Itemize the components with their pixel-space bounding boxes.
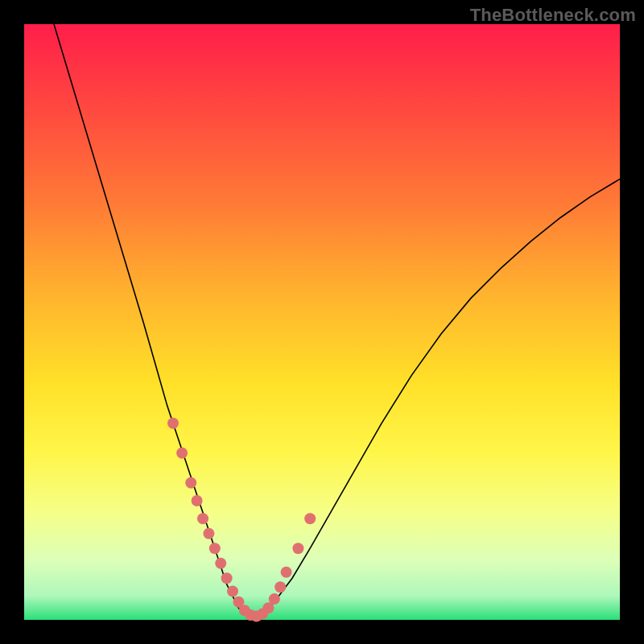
marker-dot — [281, 567, 292, 578]
marker-dot — [185, 477, 196, 489]
marker-dot — [221, 572, 233, 584]
marker-highlight — [167, 418, 316, 622]
marker-dot — [209, 543, 221, 554]
chart-frame: TheBottleneck.com — [0, 0, 644, 644]
bottleneck-curve — [54, 24, 620, 617]
marker-dot — [215, 558, 226, 569]
marker-dot — [167, 418, 179, 429]
marker-dot — [275, 581, 286, 592]
marker-dot — [292, 543, 303, 554]
marker-dot — [197, 513, 208, 524]
curve-layer — [24, 24, 620, 620]
marker-dot — [192, 495, 203, 506]
marker-dot — [269, 593, 280, 605]
marker-dot — [176, 448, 188, 459]
watermark-text: TheBottleneck.com — [470, 5, 636, 26]
marker-dot — [227, 586, 238, 597]
marker-dot — [203, 528, 214, 539]
marker-dot — [304, 513, 316, 524]
